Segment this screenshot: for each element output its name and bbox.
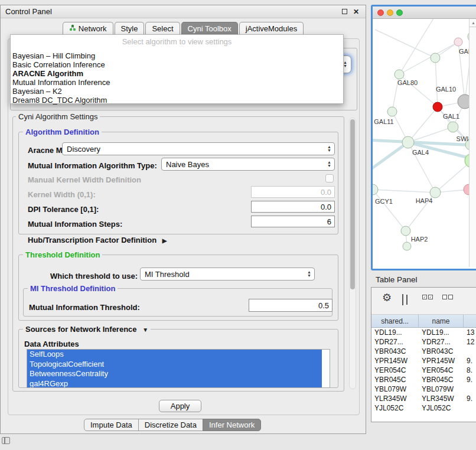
tab-infer-network[interactable]: Infer Network xyxy=(203,419,261,431)
table-row[interactable]: YDR27...YDR27...12 xyxy=(371,337,476,347)
settings-gear-icon[interactable]: ⚙ xyxy=(382,292,392,303)
network-scrollbar[interactable]: ▲ xyxy=(469,19,476,267)
attribute-item[interactable]: TopologicalCoefficient xyxy=(27,360,322,370)
mi-threshold-field[interactable] xyxy=(249,299,332,312)
attribute-item[interactable]: BetweennessCentrality xyxy=(27,369,322,379)
table-cell: YBR045C xyxy=(419,375,464,384)
minimize-traffic-light[interactable] xyxy=(387,9,393,16)
algorithm-option[interactable]: Bayesian – K2 xyxy=(11,87,343,96)
network-edge xyxy=(375,30,435,58)
network-window-titlebar xyxy=(373,6,476,19)
node-label: GAL80 xyxy=(397,79,418,86)
mi-type-label: Mutual Information Algorithm Type: xyxy=(28,161,157,170)
network-node[interactable] xyxy=(433,102,442,112)
table-cell: YDR27... xyxy=(371,337,419,347)
expanded-arrow-icon[interactable]: ▼ xyxy=(142,327,148,333)
node-label: HAP2 xyxy=(411,236,428,243)
threshold-definition-title: Threshold Definition xyxy=(23,250,102,259)
hub-section-label[interactable]: Hub/Transcription Factor Definition ▶ xyxy=(28,236,167,244)
select-checked-icon[interactable]: ✓✓ xyxy=(422,295,433,299)
table-toolbar: ⚙ ✓✓ xyxy=(371,288,476,315)
network-node[interactable] xyxy=(430,187,441,198)
network-node[interactable] xyxy=(387,107,397,116)
mi-steps-field[interactable] xyxy=(251,216,335,227)
settings-scrollbar-thumb[interactable] xyxy=(350,119,355,289)
table-cell: 9. xyxy=(464,375,476,384)
aracne-mode-combo[interactable]: Discovery ▲▼ xyxy=(62,142,335,155)
table-row[interactable]: YER054CYER054C8. xyxy=(371,366,476,375)
network-node[interactable] xyxy=(454,38,462,46)
table-cell: 9. xyxy=(464,394,476,403)
tab-style[interactable]: Style xyxy=(115,22,145,35)
network-edge xyxy=(373,190,406,231)
network-node[interactable] xyxy=(373,184,378,195)
network-node[interactable] xyxy=(448,122,458,132)
algorithm-option[interactable]: Dream8 DC_TDC Algorithm xyxy=(11,96,343,105)
attribute-item[interactable]: gal4RGexp xyxy=(27,379,322,389)
mi-type-value: Naive Bayes xyxy=(166,160,209,169)
table-row[interactable]: YBR043CYBR043C xyxy=(371,347,476,356)
control-panel-window: Control Panel ✕ NetworkStyleSelectCyni T… xyxy=(0,5,366,434)
network-node[interactable] xyxy=(395,70,404,79)
node-label: GAL4 xyxy=(412,149,429,156)
sources-title-text: Sources for Network Inference xyxy=(25,325,137,334)
network-canvas[interactable]: GAL80GAL10GAL11GAL1SWI4GAL4GCY1HAP4HAP2G… xyxy=(373,19,476,267)
table-row[interactable]: YJL052CYJL052C xyxy=(371,403,476,413)
aracne-mode-value: Discovery xyxy=(67,145,100,154)
kernel-width-field[interactable] xyxy=(251,186,335,198)
dpi-tolerance-field[interactable] xyxy=(251,201,335,213)
tab-jactivemodules[interactable]: jActiveModules xyxy=(239,22,304,35)
network-node[interactable] xyxy=(402,136,414,148)
collapsed-arrow-icon[interactable]: ▶ xyxy=(162,237,167,244)
dpi-tolerance-label: DPI Tolerance [0,1]: xyxy=(28,205,99,214)
network-icon xyxy=(69,24,76,33)
algorithm-option[interactable]: Mutual Information Inference xyxy=(11,78,343,87)
data-attributes-list[interactable]: SelfLoopsTopologicalCoefficientBetweenne… xyxy=(27,349,330,388)
table-row[interactable]: YBR045CYBR045C9. xyxy=(371,375,476,384)
float-window-icon[interactable] xyxy=(340,7,349,17)
table-cell xyxy=(464,403,476,413)
column-header[interactable] xyxy=(464,315,476,327)
zoom-traffic-light[interactable] xyxy=(396,9,403,16)
tab-cyni-toolbox[interactable]: Cyni Toolbox xyxy=(181,22,238,35)
attribute-item[interactable]: SelfLoops xyxy=(27,350,322,360)
table-row[interactable]: YLR345WYLR345W9. xyxy=(371,394,476,403)
apply-button[interactable]: Apply xyxy=(159,400,201,412)
algorithm-option[interactable]: Bayesian – Hill Climbing xyxy=(11,51,343,60)
table-row[interactable]: YBL079WYBL079W xyxy=(371,384,476,394)
settings-scrollbar[interactable] xyxy=(349,118,356,389)
sources-group-title[interactable]: Sources for Network Inference ▼ xyxy=(23,325,151,334)
which-threshold-combo[interactable]: MI Threshold ▲▼ xyxy=(140,268,315,281)
node-label: GAL10 xyxy=(436,86,456,93)
close-window-icon[interactable]: ✕ xyxy=(351,7,361,17)
mi-threshold-label: Mutual Information Threshold: xyxy=(29,303,140,312)
desktop: Control Panel ✕ NetworkStyleSelectCyni T… xyxy=(0,0,476,450)
table-cell: YPR145W xyxy=(371,356,419,366)
select-unchecked-icon[interactable] xyxy=(442,295,453,299)
tab-network[interactable]: Network xyxy=(63,22,113,35)
mi-type-combo[interactable]: Naive Bayes ▲▼ xyxy=(161,158,335,171)
network-edge xyxy=(373,142,408,171)
table-row[interactable]: YDL19...YDL19...13 xyxy=(371,328,476,337)
tab-label: jActiveModules xyxy=(246,24,297,33)
docked-panel-icon[interactable] xyxy=(2,437,10,444)
tab-select[interactable]: Select xyxy=(145,22,180,35)
network-graph: GAL80GAL10GAL11GAL1SWI4GAL4GCY1HAP4HAP2G… xyxy=(373,19,476,267)
network-node[interactable] xyxy=(401,226,410,236)
close-traffic-light[interactable] xyxy=(377,9,384,16)
manual-kernel-checkbox[interactable] xyxy=(325,174,334,182)
tab-discretize-data[interactable]: Discretize Data xyxy=(138,419,203,431)
split-panel-icon[interactable] xyxy=(402,294,403,305)
kernel-width-label: Kernel Width (0,1): xyxy=(28,190,96,199)
column-header[interactable]: shared... xyxy=(371,315,419,327)
dropdown-hint: Select algorithm to view settings xyxy=(11,35,343,47)
column-header[interactable]: name xyxy=(419,315,464,327)
network-node[interactable] xyxy=(403,242,411,250)
tab-impute-data[interactable]: Impute Data xyxy=(84,419,139,431)
algorithm-option[interactable]: ARACNE Algorithm xyxy=(11,69,343,78)
table-row[interactable]: YPR145WYPR145W9. xyxy=(371,356,476,366)
tab-label: Style xyxy=(121,24,138,33)
algorithm-option[interactable]: Basic Correlation Inference xyxy=(11,60,343,69)
network-node[interactable] xyxy=(431,53,440,63)
scroll-up-icon[interactable]: ▲ xyxy=(470,19,476,27)
